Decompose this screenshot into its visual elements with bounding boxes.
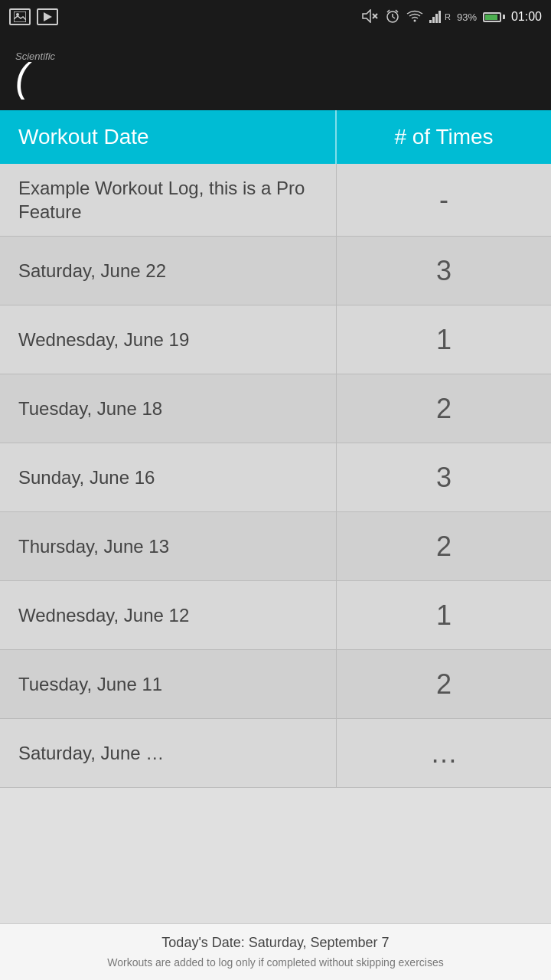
cell-times: 2 bbox=[337, 650, 551, 718]
battery-icon bbox=[483, 12, 505, 22]
cell-times: 3 bbox=[337, 237, 551, 305]
date-text: Tuesday, June 18 bbox=[18, 397, 162, 420]
date-text: Sunday, June 16 bbox=[18, 466, 155, 489]
date-text: Example Workout Log, this is a Pro Featu… bbox=[18, 176, 318, 224]
cell-date: Wednesday, June 12 bbox=[0, 581, 337, 649]
cell-date: Thursday, June 13 bbox=[0, 512, 337, 580]
cell-times: - bbox=[337, 164, 551, 236]
battery-percent: 93% bbox=[457, 11, 477, 23]
table-row[interactable]: Thursday, June 132 bbox=[0, 512, 551, 581]
table-row[interactable]: Sunday, June 163 bbox=[0, 443, 551, 512]
app-logo: Scientific ( bbox=[15, 51, 55, 94]
wifi-icon bbox=[406, 10, 423, 24]
svg-rect-12 bbox=[429, 20, 432, 23]
table-body: Example Workout Log, this is a Pro Featu… bbox=[0, 164, 551, 923]
mute-icon bbox=[362, 9, 379, 25]
col-date-label: Workout Date bbox=[18, 125, 149, 149]
col-date-header: Workout Date bbox=[0, 110, 337, 164]
cell-times: 2 bbox=[337, 374, 551, 443]
table-row[interactable]: Tuesday, June 112 bbox=[0, 650, 551, 719]
alarm-icon bbox=[385, 8, 400, 26]
status-bar: R 93% 01:00 bbox=[0, 0, 551, 34]
table-row[interactable]: Example Workout Log, this is a Pro Featu… bbox=[0, 164, 551, 237]
svg-marker-2 bbox=[44, 12, 52, 21]
svg-rect-15 bbox=[439, 11, 441, 23]
times-text: … bbox=[430, 737, 458, 769]
table-row[interactable]: Saturday, June …… bbox=[0, 719, 551, 788]
svg-point-11 bbox=[413, 19, 416, 21]
status-left-icons bbox=[9, 8, 58, 25]
times-text: 1 bbox=[436, 599, 452, 632]
times-text: 2 bbox=[436, 668, 452, 701]
footer-note: Workouts are added to log only if comple… bbox=[15, 956, 536, 971]
status-time: 01:00 bbox=[511, 10, 542, 24]
table-row[interactable]: Wednesday, June 121 bbox=[0, 581, 551, 650]
svg-rect-0 bbox=[14, 11, 26, 22]
svg-marker-3 bbox=[363, 10, 370, 22]
date-text: Saturday, June 22 bbox=[18, 259, 166, 283]
table-row[interactable]: Wednesday, June 191 bbox=[0, 305, 551, 374]
cell-times: 3 bbox=[337, 443, 551, 511]
svg-line-10 bbox=[396, 10, 398, 12]
play-icon bbox=[37, 8, 58, 25]
svg-line-8 bbox=[393, 17, 395, 18]
app-logo-curve: ( bbox=[15, 62, 28, 94]
date-text: Saturday, June … bbox=[18, 741, 164, 765]
date-text: Wednesday, June 12 bbox=[18, 603, 189, 627]
col-times-label: # of Times bbox=[394, 125, 493, 149]
cell-times: 1 bbox=[337, 305, 551, 374]
footer-today-label: Today's Date: Saturday, September 7 bbox=[15, 935, 536, 951]
date-text: Thursday, June 13 bbox=[18, 534, 169, 558]
svg-rect-13 bbox=[432, 17, 435, 23]
times-text: - bbox=[439, 184, 448, 216]
times-text: 3 bbox=[436, 255, 452, 287]
footer: Today's Date: Saturday, September 7 Work… bbox=[0, 923, 551, 980]
cell-date: Tuesday, June 18 bbox=[0, 374, 337, 443]
status-right-icons: R 93% 01:00 bbox=[362, 8, 542, 26]
times-text: 2 bbox=[436, 531, 452, 563]
times-text: 2 bbox=[436, 393, 452, 425]
signal-icon: R bbox=[429, 11, 451, 23]
cell-date: Tuesday, June 11 bbox=[0, 650, 337, 718]
table-row[interactable]: Saturday, June 223 bbox=[0, 237, 551, 305]
date-text: Wednesday, June 19 bbox=[18, 328, 189, 351]
cell-times: 1 bbox=[337, 581, 551, 649]
times-text: 3 bbox=[436, 462, 452, 494]
table-header: Workout Date # of Times bbox=[0, 110, 551, 164]
cell-times: … bbox=[337, 719, 551, 787]
cell-date: Saturday, June 22 bbox=[0, 237, 337, 305]
cell-date: Example Workout Log, this is a Pro Featu… bbox=[0, 164, 337, 236]
col-times-header: # of Times bbox=[337, 110, 551, 164]
cell-date: Wednesday, June 19 bbox=[0, 305, 337, 374]
date-text: Tuesday, June 11 bbox=[18, 672, 162, 696]
svg-rect-14 bbox=[435, 14, 438, 23]
cell-date: Saturday, June … bbox=[0, 719, 337, 787]
table-row[interactable]: Tuesday, June 182 bbox=[0, 374, 551, 443]
image-icon bbox=[9, 8, 31, 25]
svg-line-9 bbox=[387, 10, 390, 12]
times-text: 1 bbox=[436, 324, 452, 356]
cell-date: Sunday, June 16 bbox=[0, 443, 337, 511]
app-header: Scientific ( bbox=[0, 34, 551, 110]
cell-times: 2 bbox=[337, 512, 551, 580]
